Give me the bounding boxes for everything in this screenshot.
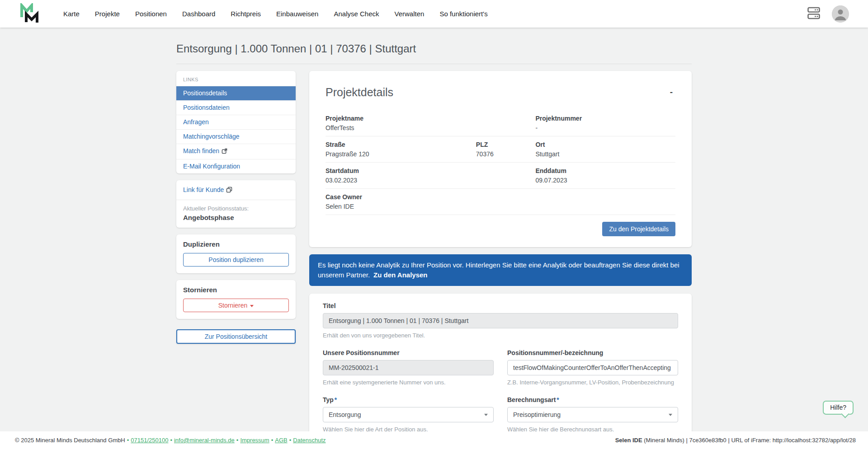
projektname-label: Projektname (326, 115, 535, 122)
analytik-info-banner: Es liegt noch keine Analytik zu Ihrer Po… (309, 254, 692, 286)
nav-so-funktionierts[interactable]: So funktioniert's (439, 10, 487, 18)
duplicate-heading: Duplizieren (183, 240, 289, 248)
sidebar-item-match-finden[interactable]: Match finden (176, 144, 296, 159)
berechnungsart-group: Berechnungsart* Preisoptimierung Wählen … (507, 396, 678, 433)
nav-richtpreis[interactable]: Richtpreis (231, 10, 261, 18)
position-form-card: Titel Erhält den von uns vorgegebenen Ti… (309, 294, 692, 449)
cancel-card: Stornieren Stornieren (176, 280, 296, 319)
server-stack-icon[interactable] (807, 6, 820, 22)
footer-user: Selen IDE (615, 437, 642, 444)
footer-phone-link[interactable]: 07151/250100 (131, 437, 168, 444)
main-content: Projektdetails - Projektname OfferTests … (309, 71, 692, 449)
banner-text: Es liegt noch keine Analytik zu Ihrer Po… (318, 261, 679, 279)
links-card: LINKS Positionsdetails Positionsdateien … (176, 71, 296, 173)
plz-value: 70376 (476, 150, 536, 158)
nav-karte[interactable]: Karte (63, 10, 80, 18)
top-nav-bar: Karte Projekte Positionen Dashboard Rich… (0, 0, 868, 28)
nav-verwalten[interactable]: Verwalten (395, 10, 425, 18)
select-caret-icon (484, 414, 488, 416)
footer-copyright: © 2025 Mineral Minds Deutschland GmbH (15, 437, 125, 444)
link-fuer-kunde[interactable]: Link für Kunde (183, 186, 289, 194)
customer-link-card: Link für Kunde Aktueller Positionsstatus… (176, 180, 296, 228)
berechnungsart-select[interactable]: Preisoptimierung (507, 407, 678, 422)
project-field-row: Straße Pragstraße 120 PLZ 70376 Ort Stut… (326, 136, 675, 163)
unsere-positionsnummer-group: Unsere Positionsnummer Erhält eine syste… (323, 349, 494, 386)
sidebar-item-positionsdetails[interactable]: Positionsdetails (176, 86, 296, 100)
footer-iframe-url: | URL of iFrame: http://localhost:32782/… (726, 437, 856, 444)
unsere-positionsnummer-input[interactable] (323, 360, 494, 375)
strasse-label: Straße (326, 141, 476, 148)
typ-label: Typ (323, 396, 334, 403)
footer-impressum-link[interactable]: Impressum (240, 437, 269, 444)
select-caret-icon (669, 414, 672, 416)
projektdetails-card: Projektdetails - Projektname OfferTests … (309, 71, 692, 247)
startdatum-label: Startdatum (326, 167, 535, 174)
required-asterisk: * (335, 396, 337, 403)
footer-agb-link[interactable]: AGB (275, 437, 287, 444)
berechnungsart-label: Berechnungsart (507, 396, 556, 403)
nav-dashboard[interactable]: Dashboard (182, 10, 215, 18)
positionsnummer-input[interactable] (507, 360, 678, 375)
footer-email-link[interactable]: info@mineral-minds.de (174, 437, 235, 444)
enddatum-label: Enddatum (535, 167, 675, 174)
footer: © 2025 Mineral Minds Deutschland GmbH•07… (0, 431, 868, 449)
titel-input[interactable] (323, 313, 678, 328)
footer-datenschutz-link[interactable]: Datenschutz (293, 437, 326, 444)
user-avatar-icon[interactable] (832, 5, 849, 23)
zur-positionsuebersicht-button[interactable]: Zur Positionsübersicht (176, 329, 296, 344)
typ-group: Typ* Entsorgung Wählen Sie hier die Art … (323, 396, 494, 433)
sidebar-item-matchingvorschlaege[interactable]: Matchingvorschläge (176, 129, 296, 144)
project-field-row: Startdatum 03.02.2023 Enddatum 09.07.202… (326, 163, 675, 189)
page-title: Entsorgung | 1.000 Tonnen | 01 | 70376 |… (176, 42, 692, 64)
nav-positionen[interactable]: Positionen (135, 10, 167, 18)
sidebar-item-positionsdateien[interactable]: Positionsdateien (176, 100, 296, 115)
typ-select[interactable]: Entsorgung (323, 407, 494, 422)
positionsnummer-helper: Z.B. Interne-Vorgangsnummer, LV-Position… (507, 379, 678, 386)
project-field-row: Case Owner Selen IDE (326, 189, 675, 215)
enddatum-value: 09.07.2023 (535, 177, 675, 184)
projektname-value: OfferTests (326, 124, 535, 131)
mineral-minds-logo-icon[interactable] (19, 3, 42, 25)
copy-icon[interactable] (226, 187, 232, 194)
positionsnummer-label: Positionsnummer/-bezeichnung (507, 349, 678, 356)
stornieren-dropdown-button[interactable]: Stornieren (183, 299, 289, 312)
footer-left: © 2025 Mineral Minds Deutschland GmbH•07… (15, 437, 326, 444)
startdatum-value: 03.02.2023 (326, 177, 535, 184)
zu-den-analysen-link[interactable]: Zu den Analysen (373, 271, 427, 279)
sidebar: LINKS Positionsdetails Positionsdateien … (176, 71, 296, 344)
projektnummer-value: - (535, 124, 675, 131)
titel-helper: Erhält den von uns vorgegebenen Titel. (323, 332, 678, 339)
duplicate-card: Duplizieren Position duplizieren (176, 234, 296, 273)
nav-analyse-check[interactable]: Analyse Check (334, 10, 379, 18)
zu-den-projektdetails-button[interactable]: Zu den Projektdetails (602, 222, 675, 236)
position-duplizieren-button[interactable]: Position duplizieren (183, 253, 289, 267)
links-heading: LINKS (176, 74, 296, 86)
collapse-card-button[interactable]: - (667, 86, 675, 98)
projektdetails-title: Projektdetails (326, 86, 393, 99)
project-field-row: Projektname OfferTests Projektnummer - (326, 110, 675, 136)
cancel-heading: Stornieren (183, 286, 289, 294)
chevron-down-icon (250, 305, 254, 307)
plz-label: PLZ (476, 141, 536, 148)
ort-label: Ort (535, 141, 675, 148)
ort-value: Stuttgart (535, 150, 675, 158)
nav-projekte[interactable]: Projekte (95, 10, 120, 18)
positionsnummer-group: Positionsnummer/-bezeichnung Z.B. Intern… (507, 349, 678, 386)
unsere-positionsnummer-helper: Erhält eine systemgenerierte Nummer von … (323, 379, 494, 386)
case-owner-label: Case Owner (326, 193, 535, 201)
hilfe-button[interactable]: Hilfe? (823, 401, 854, 415)
titel-label: Titel (323, 302, 678, 309)
nav-einbauweisen[interactable]: Einbauweisen (276, 10, 318, 18)
position-status-value: Angebotsphase (183, 214, 289, 221)
strasse-value: Pragstraße 120 (326, 150, 476, 158)
required-asterisk: * (557, 396, 559, 403)
position-status-label: Aktueller Positionsstatus: (183, 205, 289, 212)
unsere-positionsnummer-label: Unsere Positionsnummer (323, 349, 494, 356)
projektnummer-label: Projektnummer (535, 115, 675, 122)
titel-group: Titel Erhält den von uns vorgegebenen Ti… (323, 302, 678, 339)
footer-session-info: Selen IDE (Mineral Minds) | 7ce360e83fb0… (615, 437, 856, 444)
sidebar-item-email-konfiguration[interactable]: E-Mail Konfiguration (176, 159, 296, 173)
sidebar-item-anfragen[interactable]: Anfragen (176, 115, 296, 129)
external-link-icon (222, 148, 227, 155)
footer-session-id: 7ce360e83fb0 (689, 437, 726, 444)
